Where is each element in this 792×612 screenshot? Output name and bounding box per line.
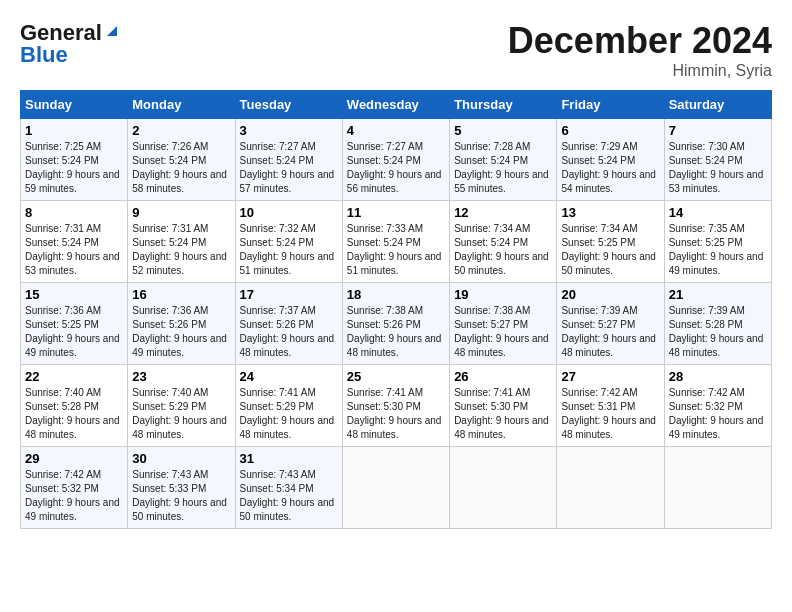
weekday-header: Tuesday xyxy=(235,91,342,119)
day-info: Sunrise: 7:39 AMSunset: 5:28 PMDaylight:… xyxy=(669,305,764,358)
calendar-cell: 9 Sunrise: 7:31 AMSunset: 5:24 PMDayligh… xyxy=(128,201,235,283)
calendar-cell: 23 Sunrise: 7:40 AMSunset: 5:29 PMDaylig… xyxy=(128,365,235,447)
calendar-cell: 19 Sunrise: 7:38 AMSunset: 5:27 PMDaylig… xyxy=(450,283,557,365)
day-number: 31 xyxy=(240,451,338,466)
page-header: General Blue December 2024 Himmin, Syria xyxy=(20,20,772,80)
day-number: 19 xyxy=(454,287,552,302)
day-number: 11 xyxy=(347,205,445,220)
day-info: Sunrise: 7:32 AMSunset: 5:24 PMDaylight:… xyxy=(240,223,335,276)
day-info: Sunrise: 7:40 AMSunset: 5:28 PMDaylight:… xyxy=(25,387,120,440)
day-number: 4 xyxy=(347,123,445,138)
day-info: Sunrise: 7:27 AMSunset: 5:24 PMDaylight:… xyxy=(347,141,442,194)
calendar-cell xyxy=(342,447,449,529)
day-info: Sunrise: 7:36 AMSunset: 5:25 PMDaylight:… xyxy=(25,305,120,358)
calendar-cell: 5 Sunrise: 7:28 AMSunset: 5:24 PMDayligh… xyxy=(450,119,557,201)
calendar-cell xyxy=(557,447,664,529)
calendar-cell: 2 Sunrise: 7:26 AMSunset: 5:24 PMDayligh… xyxy=(128,119,235,201)
day-info: Sunrise: 7:42 AMSunset: 5:32 PMDaylight:… xyxy=(25,469,120,522)
calendar-cell: 14 Sunrise: 7:35 AMSunset: 5:25 PMDaylig… xyxy=(664,201,771,283)
calendar-cell: 15 Sunrise: 7:36 AMSunset: 5:25 PMDaylig… xyxy=(21,283,128,365)
calendar-cell: 8 Sunrise: 7:31 AMSunset: 5:24 PMDayligh… xyxy=(21,201,128,283)
weekday-header: Sunday xyxy=(21,91,128,119)
day-number: 16 xyxy=(132,287,230,302)
calendar-cell xyxy=(450,447,557,529)
calendar-cell: 17 Sunrise: 7:37 AMSunset: 5:26 PMDaylig… xyxy=(235,283,342,365)
calendar-cell: 27 Sunrise: 7:42 AMSunset: 5:31 PMDaylig… xyxy=(557,365,664,447)
day-info: Sunrise: 7:27 AMSunset: 5:24 PMDaylight:… xyxy=(240,141,335,194)
calendar-week-row: 1 Sunrise: 7:25 AMSunset: 5:24 PMDayligh… xyxy=(21,119,772,201)
day-number: 15 xyxy=(25,287,123,302)
calendar-cell: 20 Sunrise: 7:39 AMSunset: 5:27 PMDaylig… xyxy=(557,283,664,365)
day-number: 27 xyxy=(561,369,659,384)
day-number: 20 xyxy=(561,287,659,302)
calendar-cell: 18 Sunrise: 7:38 AMSunset: 5:26 PMDaylig… xyxy=(342,283,449,365)
day-number: 6 xyxy=(561,123,659,138)
calendar-cell: 13 Sunrise: 7:34 AMSunset: 5:25 PMDaylig… xyxy=(557,201,664,283)
day-info: Sunrise: 7:41 AMSunset: 5:30 PMDaylight:… xyxy=(347,387,442,440)
day-number: 26 xyxy=(454,369,552,384)
day-number: 25 xyxy=(347,369,445,384)
calendar-cell: 22 Sunrise: 7:40 AMSunset: 5:28 PMDaylig… xyxy=(21,365,128,447)
day-info: Sunrise: 7:36 AMSunset: 5:26 PMDaylight:… xyxy=(132,305,227,358)
calendar-cell: 21 Sunrise: 7:39 AMSunset: 5:28 PMDaylig… xyxy=(664,283,771,365)
day-info: Sunrise: 7:35 AMSunset: 5:25 PMDaylight:… xyxy=(669,223,764,276)
calendar-cell: 4 Sunrise: 7:27 AMSunset: 5:24 PMDayligh… xyxy=(342,119,449,201)
day-number: 22 xyxy=(25,369,123,384)
day-info: Sunrise: 7:25 AMSunset: 5:24 PMDaylight:… xyxy=(25,141,120,194)
day-number: 14 xyxy=(669,205,767,220)
day-number: 9 xyxy=(132,205,230,220)
calendar-cell: 24 Sunrise: 7:41 AMSunset: 5:29 PMDaylig… xyxy=(235,365,342,447)
day-info: Sunrise: 7:37 AMSunset: 5:26 PMDaylight:… xyxy=(240,305,335,358)
day-number: 12 xyxy=(454,205,552,220)
day-info: Sunrise: 7:41 AMSunset: 5:30 PMDaylight:… xyxy=(454,387,549,440)
day-number: 24 xyxy=(240,369,338,384)
calendar-week-row: 22 Sunrise: 7:40 AMSunset: 5:28 PMDaylig… xyxy=(21,365,772,447)
weekday-header: Wednesday xyxy=(342,91,449,119)
day-info: Sunrise: 7:26 AMSunset: 5:24 PMDaylight:… xyxy=(132,141,227,194)
calendar-week-row: 15 Sunrise: 7:36 AMSunset: 5:25 PMDaylig… xyxy=(21,283,772,365)
day-info: Sunrise: 7:33 AMSunset: 5:24 PMDaylight:… xyxy=(347,223,442,276)
day-info: Sunrise: 7:30 AMSunset: 5:24 PMDaylight:… xyxy=(669,141,764,194)
day-info: Sunrise: 7:40 AMSunset: 5:29 PMDaylight:… xyxy=(132,387,227,440)
calendar-cell: 26 Sunrise: 7:41 AMSunset: 5:30 PMDaylig… xyxy=(450,365,557,447)
day-number: 7 xyxy=(669,123,767,138)
day-info: Sunrise: 7:34 AMSunset: 5:24 PMDaylight:… xyxy=(454,223,549,276)
calendar-cell: 30 Sunrise: 7:43 AMSunset: 5:33 PMDaylig… xyxy=(128,447,235,529)
day-number: 8 xyxy=(25,205,123,220)
calendar-cell: 1 Sunrise: 7:25 AMSunset: 5:24 PMDayligh… xyxy=(21,119,128,201)
day-number: 10 xyxy=(240,205,338,220)
calendar-body: 1 Sunrise: 7:25 AMSunset: 5:24 PMDayligh… xyxy=(21,119,772,529)
day-number: 29 xyxy=(25,451,123,466)
calendar-cell: 10 Sunrise: 7:32 AMSunset: 5:24 PMDaylig… xyxy=(235,201,342,283)
day-number: 17 xyxy=(240,287,338,302)
calendar-week-row: 8 Sunrise: 7:31 AMSunset: 5:24 PMDayligh… xyxy=(21,201,772,283)
calendar-cell xyxy=(664,447,771,529)
location: Himmin, Syria xyxy=(508,62,772,80)
day-info: Sunrise: 7:38 AMSunset: 5:26 PMDaylight:… xyxy=(347,305,442,358)
calendar-cell: 7 Sunrise: 7:30 AMSunset: 5:24 PMDayligh… xyxy=(664,119,771,201)
day-number: 21 xyxy=(669,287,767,302)
day-info: Sunrise: 7:42 AMSunset: 5:31 PMDaylight:… xyxy=(561,387,656,440)
day-info: Sunrise: 7:43 AMSunset: 5:34 PMDaylight:… xyxy=(240,469,335,522)
weekday-header: Saturday xyxy=(664,91,771,119)
calendar-cell: 25 Sunrise: 7:41 AMSunset: 5:30 PMDaylig… xyxy=(342,365,449,447)
day-number: 18 xyxy=(347,287,445,302)
day-info: Sunrise: 7:31 AMSunset: 5:24 PMDaylight:… xyxy=(132,223,227,276)
day-number: 3 xyxy=(240,123,338,138)
day-number: 2 xyxy=(132,123,230,138)
day-info: Sunrise: 7:31 AMSunset: 5:24 PMDaylight:… xyxy=(25,223,120,276)
calendar-cell: 12 Sunrise: 7:34 AMSunset: 5:24 PMDaylig… xyxy=(450,201,557,283)
day-number: 28 xyxy=(669,369,767,384)
title-block: December 2024 Himmin, Syria xyxy=(508,20,772,80)
calendar-cell: 29 Sunrise: 7:42 AMSunset: 5:32 PMDaylig… xyxy=(21,447,128,529)
weekday-header: Thursday xyxy=(450,91,557,119)
day-number: 30 xyxy=(132,451,230,466)
day-info: Sunrise: 7:39 AMSunset: 5:27 PMDaylight:… xyxy=(561,305,656,358)
month-title: December 2024 xyxy=(508,20,772,62)
calendar-week-row: 29 Sunrise: 7:42 AMSunset: 5:32 PMDaylig… xyxy=(21,447,772,529)
day-info: Sunrise: 7:43 AMSunset: 5:33 PMDaylight:… xyxy=(132,469,227,522)
day-info: Sunrise: 7:42 AMSunset: 5:32 PMDaylight:… xyxy=(669,387,764,440)
weekday-header: Monday xyxy=(128,91,235,119)
logo-icon xyxy=(103,22,121,40)
day-info: Sunrise: 7:41 AMSunset: 5:29 PMDaylight:… xyxy=(240,387,335,440)
